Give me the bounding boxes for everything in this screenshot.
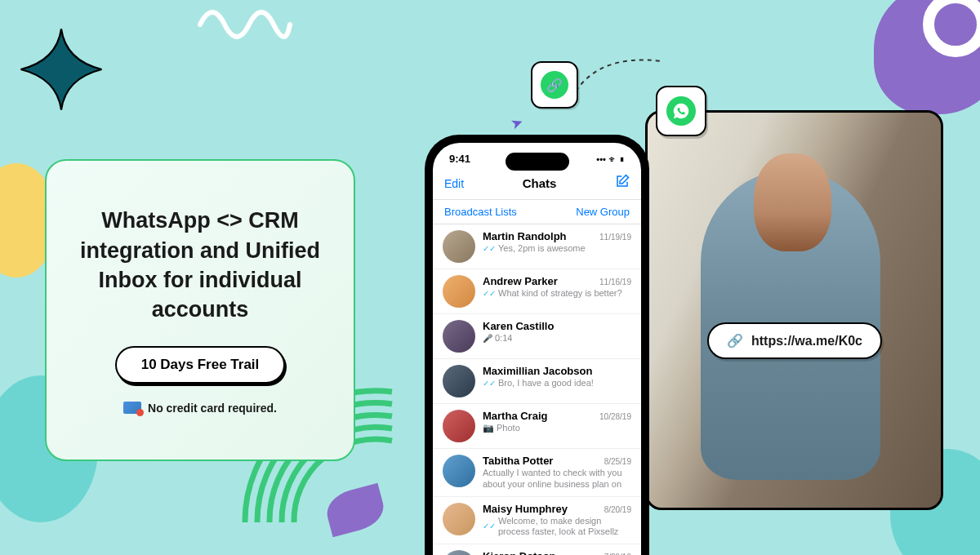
chat-name: Martin Randolph — [483, 230, 567, 242]
chat-date: 11/16/19 — [599, 278, 631, 286]
compose-icon[interactable] — [615, 174, 630, 193]
avatar — [443, 503, 475, 535]
link-icon: 🔗 — [727, 333, 743, 349]
new-group-link[interactable]: New Group — [576, 206, 630, 218]
share-url-pill: 🔗 https://wa.me/K0c — [707, 322, 882, 359]
phone-mockup: 9:41 ••• ᯤ ▮ Edit Chats Broadcast Lists … — [425, 135, 649, 555]
free-trial-button[interactable]: 10 Days Free Trail — [115, 346, 286, 384]
chat-item[interactable]: Martha Craig10/28/19 📷 Photo — [433, 404, 641, 449]
chat-list: Martin Randolph11/19/19 ✓✓ Yes, 2pm is a… — [433, 224, 641, 555]
link-badge: 🔗 — [531, 61, 578, 109]
whatsapp-icon — [666, 96, 696, 126]
avatar — [443, 550, 475, 555]
chat-name: Maximillian Jacobson — [483, 365, 592, 377]
avatar — [443, 230, 475, 263]
no-cc-text: No credit card required. — [148, 402, 277, 415]
chat-message: ✓✓ Welcome, to make design process faste… — [483, 516, 631, 539]
chat-item[interactable]: Karen Castillo 🎤 0:14 — [433, 314, 641, 359]
dashed-connector — [564, 49, 670, 114]
nav-bar: Edit Chats — [433, 170, 641, 200]
chat-date: 8/20/19 — [604, 505, 631, 514]
star-decoration — [16, 24, 106, 114]
chat-date: 10/28/19 — [599, 412, 631, 421]
chat-message: ✓✓ Yes, 2pm is awesome — [483, 243, 631, 255]
chat-item[interactable]: Tabitha Potter8/25/19 Actually I wanted … — [433, 449, 641, 497]
chat-item[interactable]: Martin Randolph11/19/19 ✓✓ Yes, 2pm is a… — [433, 224, 641, 269]
share-url-text: https://wa.me/K0c — [751, 334, 862, 349]
status-indicators: ••• ᯤ ▮ — [596, 154, 625, 164]
promo-card: WhatsApp <> CRM integration and Unified … — [45, 159, 355, 461]
chat-date: 11/19/19 — [599, 233, 631, 242]
chat-name: Tabitha Potter — [483, 455, 553, 467]
edit-button[interactable]: Edit — [444, 177, 464, 190]
squiggle-decoration — [196, 0, 294, 41]
chat-date: 8/25/19 — [604, 457, 631, 466]
status-time: 9:41 — [449, 153, 470, 165]
chat-item[interactable]: Maximillian Jacobson ✓✓ Bro, I have a go… — [433, 359, 641, 404]
promo-title: WhatsApp <> CRM integration and Unified … — [69, 206, 331, 325]
chat-name: Kieron Dotson — [483, 550, 556, 555]
chat-message: Actually I wanted to check with you abou… — [483, 468, 631, 491]
chat-item[interactable]: Kieron Dotson7/29/19 ✓✓ Ok, have a good … — [433, 544, 641, 555]
chat-name: Martha Craig — [483, 410, 547, 422]
avatar — [443, 275, 475, 308]
cursor-icon: ➤ — [508, 113, 526, 134]
chat-message: ✓✓ What kind of strategy is better? — [483, 288, 631, 300]
avatar — [443, 320, 475, 353]
avatar — [443, 365, 475, 397]
chat-item[interactable]: Maisy Humphrey8/20/19 ✓✓ Welcome, to mak… — [433, 497, 641, 545]
nav-title: Chats — [523, 176, 557, 190]
chat-message: 🎤 0:14 — [483, 333, 631, 344]
chat-name: Maisy Humphrey — [483, 503, 568, 515]
chat-message: ✓✓ Bro, I have a good idea! — [483, 378, 631, 389]
chat-message: 📷 Photo — [483, 423, 631, 434]
broadcast-lists-link[interactable]: Broadcast Lists — [444, 206, 517, 218]
chat-item[interactable]: Andrew Parker11/16/19 ✓✓ What kind of st… — [433, 269, 641, 314]
avatar — [443, 455, 475, 487]
person-photo — [645, 110, 943, 510]
whatsapp-badge — [656, 86, 706, 136]
sub-nav: Broadcast Lists New Group — [433, 200, 641, 224]
no-credit-card-note: No credit card required. — [123, 402, 277, 415]
chat-name: Andrew Parker — [483, 275, 558, 287]
phone-notch — [506, 153, 569, 171]
link-icon: 🔗 — [541, 71, 568, 99]
chat-name: Karen Castillo — [483, 320, 554, 332]
credit-card-icon — [123, 402, 141, 414]
avatar — [443, 410, 475, 442]
